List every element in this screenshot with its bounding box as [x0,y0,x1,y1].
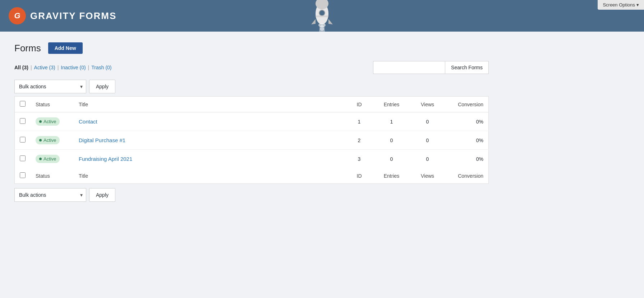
header-title: Title [74,97,345,112]
row-title-0: Contact [74,112,345,131]
status-label-2: Active [43,156,56,162]
logo-icon: G [9,7,26,24]
row-id-0: 1 [345,112,374,131]
svg-marker-4 [328,19,333,24]
sep-1: | [31,65,32,70]
row-title-1: Digital Purchase #1 [74,131,345,150]
select-all-checkbox[interactable] [20,101,26,107]
status-dot-0 [39,120,42,123]
footer-status: Status [31,168,74,184]
footer-title: Title [74,168,345,184]
svg-point-2 [319,10,325,16]
form-title-link-0[interactable]: Contact [79,118,97,125]
footer-views: Views [410,168,446,184]
row-entries-2: 0 [374,150,410,168]
row-conversion-2: 0% [446,150,489,168]
filter-trash[interactable]: Trash (0) [91,65,111,70]
row-checkbox-cell-2 [15,150,31,168]
logo-area: G GRAVITY FORMS [9,7,116,24]
status-badge-0: Active [36,117,60,126]
filter-links: All (3) | Active (3) | Inactive (0) | Tr… [14,65,112,70]
filter-inactive[interactable]: Inactive (0) [61,65,86,70]
table-row: Active Fundraising April 2021 3 0 0 0% [15,150,489,168]
row-status-2: Active [31,150,74,168]
footer-checkbox-cell [15,168,31,184]
footer-conversion: Conversion [446,168,489,184]
row-id-2: 3 [345,150,374,168]
filters-row: All (3) | Active (3) | Inactive (0) | Tr… [14,61,489,74]
row-status-1: Active [31,131,74,150]
status-dot-1 [39,139,42,141]
site-header: G GRAVITY FORMS [0,0,644,32]
filter-all[interactable]: All (3) [14,65,28,70]
row-status-0: Active [31,112,74,131]
footer-entries: Entries [374,168,410,184]
status-badge-2: Active [36,155,60,163]
table-header-row: Status Title ID Entries Views Conversion [15,97,489,112]
footer-id: ID [345,168,374,184]
search-forms-button[interactable]: Search Forms [445,61,489,74]
table-row: Active Contact 1 1 0 0% [15,112,489,131]
row-views-2: 0 [410,150,446,168]
page-title: Forms [14,43,41,54]
status-badge-1: Active [36,136,60,144]
row-entries-0: 1 [374,112,410,131]
select-all-footer-checkbox[interactable] [20,172,26,178]
header-checkbox-cell [15,97,31,112]
header-conversion: Conversion [446,97,489,112]
forms-table: Status Title ID Entries Views Conversion… [14,96,489,184]
row-conversion-1: 0% [446,131,489,150]
search-input[interactable] [373,61,445,74]
row-checkbox-cell-0 [15,112,31,131]
row-checkbox-cell-1 [15,131,31,150]
search-area: Search Forms [373,61,489,74]
status-label-1: Active [43,138,56,143]
status-label-0: Active [43,119,56,124]
header-entries: Entries [374,97,410,112]
bulk-select-bottom-wrapper: Bulk actionsActivateDeactivateDelete [14,188,86,202]
row-checkbox-0[interactable] [20,118,26,124]
status-dot-2 [39,158,42,160]
sep-3: | [88,65,89,70]
table-footer-row: Status Title ID Entries Views Conversion [15,168,489,184]
svg-marker-3 [311,19,316,24]
svg-rect-7 [316,15,328,17]
row-id-1: 2 [345,131,374,150]
header-views: Views [410,97,446,112]
sep-2: | [58,65,59,70]
row-title-2: Fundraising April 2021 [74,150,345,168]
form-title-link-2[interactable]: Fundraising April 2021 [79,156,132,162]
row-views-1: 0 [410,131,446,150]
bulk-actions-top-row: Bulk actionsActivateDeactivateDelete App… [14,80,489,93]
header-id: ID [345,97,374,112]
screen-options-label: Screen Options [603,2,635,8]
apply-top-button[interactable]: Apply [89,80,115,93]
logo-text: GRAVITY FORMS [30,10,116,22]
row-views-0: 0 [410,112,446,131]
table-row: Active Digital Purchase #1 2 0 0 0% [15,131,489,150]
row-entries-1: 0 [374,131,410,150]
rocket-decoration [308,0,336,32]
bulk-actions-bottom-select[interactable]: Bulk actionsActivateDeactivateDelete [14,188,86,202]
bulk-actions-bottom-row: Bulk actionsActivateDeactivateDelete App… [14,188,489,202]
header-status: Status [31,97,74,112]
form-title-link-1[interactable]: Digital Purchase #1 [79,137,125,143]
screen-options-arrow-icon: ▾ [636,2,639,8]
main-content: Forms Add New All (3) | Active (3) | Ina… [0,32,503,213]
apply-bottom-button[interactable]: Apply [89,188,115,202]
bulk-actions-top-select[interactable]: Bulk actionsActivateDeactivateDelete [14,80,86,93]
row-checkbox-2[interactable] [20,155,26,161]
add-new-button[interactable]: Add New [48,42,83,54]
screen-options-button[interactable]: Screen Options ▾ [598,0,644,10]
bulk-select-top-wrapper: Bulk actionsActivateDeactivateDelete [14,80,86,93]
row-conversion-0: 0% [446,112,489,131]
filter-active[interactable]: Active (3) [34,65,55,70]
page-header: Forms Add New [14,42,489,54]
row-checkbox-1[interactable] [20,137,26,143]
